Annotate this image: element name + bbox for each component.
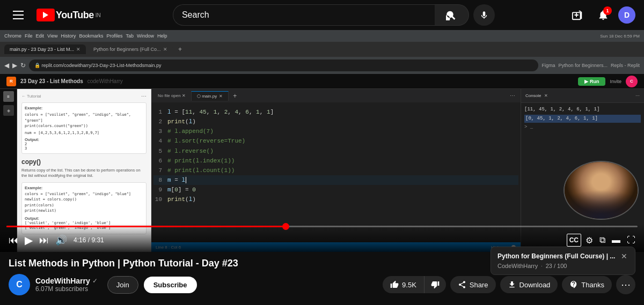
- verified-icon: ✓: [92, 277, 98, 285]
- progress-fill: [6, 226, 287, 227]
- join-button[interactable]: Join: [107, 276, 138, 294]
- fullscreen-button[interactable]: ⛶: [625, 233, 638, 247]
- search-icon: [446, 10, 457, 20]
- create-icon: [572, 9, 583, 21]
- nav-left: YouTubeIN: [9, 6, 101, 24]
- nav-right: 1 D: [567, 4, 635, 26]
- webcam-bubble: [564, 161, 639, 220]
- subscribe-button[interactable]: Subscribe: [144, 277, 197, 293]
- main-content: Chrome File Edit View History Bookmarks …: [0, 30, 644, 305]
- miniplayer-button[interactable]: ⧉: [597, 233, 608, 247]
- notification-badge: 1: [603, 6, 612, 15]
- notification-button[interactable]: 1: [592, 4, 614, 26]
- play-button[interactable]: ▶: [23, 232, 35, 249]
- channel-name[interactable]: CodeWithHarry: [35, 277, 90, 285]
- yt-logo-text: YouTube: [56, 10, 94, 21]
- thumbs-down-icon: [431, 280, 440, 289]
- share-icon: [458, 280, 466, 289]
- search-input[interactable]: [173, 4, 435, 26]
- video-player: Chrome File Edit View History Bookmarks …: [0, 30, 644, 252]
- side-panel-channel: CodeWithHarry: [497, 263, 538, 269]
- yt-logo-icon: [36, 9, 55, 21]
- captions-button[interactable]: CC: [567, 234, 581, 247]
- create-button[interactable]: [567, 4, 588, 26]
- browser-addressbar: ◀ ▶ ↻ 🔒 replit.com/codewitharry/23-Day-2…: [0, 57, 644, 74]
- user-avatar[interactable]: D: [618, 6, 635, 24]
- more-button[interactable]: ⋯: [616, 275, 635, 294]
- side-panel-close-button[interactable]: ✕: [620, 252, 628, 260]
- settings-button[interactable]: ⚙: [583, 233, 595, 248]
- channel-actions-row: C CodeWithHarry ✓ 6.07M subscribers Join…: [0, 273, 644, 300]
- dislike-button[interactable]: [425, 276, 446, 293]
- search-bar: [173, 4, 495, 26]
- like-dislike-group: 9.5K: [383, 276, 446, 293]
- action-buttons: 9.5K Share Download Thanks: [383, 275, 635, 294]
- side-panel-progress: 23 / 100: [546, 263, 567, 269]
- theater-button[interactable]: ▬: [610, 233, 623, 247]
- progress-thumb: [282, 223, 289, 230]
- search-area: [109, 4, 558, 26]
- like-button[interactable]: 9.5K: [383, 276, 425, 293]
- channel-details: CodeWithHarry ✓ 6.07M subscribers: [35, 277, 98, 293]
- mic-button[interactable]: [473, 4, 495, 26]
- youtube-logo[interactable]: YouTubeIN: [36, 9, 101, 21]
- browser-topbar: Chrome File Edit View History Bookmarks …: [0, 30, 644, 42]
- search-button[interactable]: [435, 4, 469, 26]
- progress-bar[interactable]: [6, 226, 638, 227]
- side-panel-title: Python for Beginners (Full Course) | ...: [497, 252, 615, 261]
- browser-tabbar: main.py - 23 Day 23 - List M... ✕ Python…: [0, 42, 644, 57]
- thanks-icon: [569, 280, 578, 289]
- download-button[interactable]: Download: [500, 276, 558, 293]
- hamburger-menu[interactable]: [9, 6, 28, 24]
- channel-avatar[interactable]: C: [9, 274, 30, 295]
- thumbs-up-icon: [390, 280, 399, 289]
- skip-forward-button[interactable]: ⏭: [37, 233, 51, 248]
- share-button[interactable]: Share: [450, 276, 496, 293]
- thanks-button[interactable]: Thanks: [562, 276, 612, 293]
- yt-country-code: IN: [96, 12, 101, 18]
- top-nav: YouTubeIN 1 D: [0, 0, 644, 30]
- side-panel: Python for Beginners (Full Course) | ...…: [491, 247, 635, 275]
- skip-back-button[interactable]: ⏮: [6, 233, 20, 248]
- download-icon: [508, 280, 516, 289]
- time-display: 4:16 / 9:31: [74, 236, 104, 244]
- subscriber-count: 6.07M subscribers: [35, 285, 98, 293]
- video-frame: Chrome File Edit View History Bookmarks …: [0, 30, 644, 252]
- mic-icon: [479, 10, 489, 20]
- replit-header: R 23 Day 23 - List Methods codeWithHarry…: [0, 74, 644, 89]
- video-info: List Methods in Python | Python Tutorial…: [0, 252, 644, 273]
- volume-button[interactable]: 🔊: [53, 232, 69, 248]
